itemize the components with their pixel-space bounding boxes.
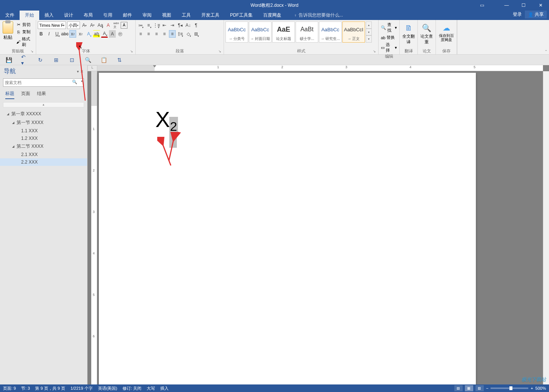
share-button[interactable]: 👤 共享 bbox=[525, 11, 547, 18]
zoom-out-icon[interactable]: − bbox=[486, 386, 488, 390]
increase-indent-button[interactable]: ⇥ bbox=[169, 21, 176, 29]
strikethrough-button[interactable]: abc bbox=[61, 30, 68, 38]
tree-item[interactable]: ◢第二节 XXXX bbox=[0, 142, 87, 151]
status-page[interactable]: 页面: 9 bbox=[3, 386, 16, 391]
redo-icon[interactable]: ↻ bbox=[37, 57, 44, 63]
nav-jump-bar[interactable]: ▴ bbox=[3, 102, 84, 107]
align-right-button[interactable]: ≡ bbox=[153, 30, 160, 38]
status-pages[interactable]: 第 9 页，共 9 页 bbox=[35, 386, 65, 391]
char-border-button[interactable]: A bbox=[121, 22, 127, 29]
align-center-button[interactable]: ≡ bbox=[145, 30, 152, 38]
view-read-icon[interactable]: ▤ bbox=[454, 385, 463, 391]
font-color-button[interactable]: A▾ bbox=[101, 30, 108, 38]
enclose-char-button[interactable]: ㊕ bbox=[117, 30, 124, 38]
search-dropdown-icon[interactable]: ▾ bbox=[81, 80, 83, 83]
line-spacing-button[interactable]: ‡≡▾ bbox=[177, 30, 184, 38]
phonetic-button[interactable]: wén文 bbox=[113, 21, 120, 29]
text-effects-button[interactable]: A▾ bbox=[85, 30, 92, 38]
tree-item[interactable]: 1.1 XXX bbox=[0, 127, 87, 135]
align-left-button[interactable]: ≡ bbox=[137, 30, 144, 38]
font-name-combo[interactable]: Times New F bbox=[38, 21, 66, 29]
shading-button[interactable]: ◇▾ bbox=[185, 30, 192, 38]
status-insert[interactable]: 插入 bbox=[160, 386, 169, 391]
tree-item[interactable]: 2.1 XXX bbox=[0, 151, 87, 158]
change-case-button[interactable]: Aa▾ bbox=[97, 21, 104, 29]
numbering-button[interactable]: ≡▾ bbox=[145, 21, 152, 29]
borders-button[interactable]: ⊞▾ bbox=[193, 30, 199, 38]
tab-design[interactable]: 设计 bbox=[59, 11, 78, 20]
status-caps[interactable]: 大写 bbox=[147, 386, 155, 391]
grow-font-button[interactable]: A▴ bbox=[81, 21, 88, 29]
status-section[interactable]: 节: 3 bbox=[21, 386, 30, 391]
close-icon[interactable]: ✕ bbox=[532, 0, 549, 11]
tree-item[interactable]: ◢第一节 XXXX bbox=[0, 118, 87, 127]
tell-me-search[interactable]: 告诉我您想要做什么... bbox=[294, 11, 343, 20]
vertical-ruler[interactable]: 1 2 3 4 5 6 bbox=[91, 71, 97, 384]
decrease-indent-button[interactable]: ⇤ bbox=[161, 21, 168, 29]
qat-icon-2[interactable]: ⊡ bbox=[69, 57, 75, 63]
nav-tab-pages[interactable]: 页面 bbox=[21, 90, 30, 99]
cut-button[interactable]: ✂剪切 bbox=[15, 21, 34, 28]
qat-icon-3[interactable]: 🔍 bbox=[84, 57, 91, 63]
font-launcher-icon[interactable]: ↘ bbox=[130, 49, 135, 54]
search-icon[interactable]: 🔍 bbox=[72, 80, 77, 84]
style-item[interactable]: AaBbCc→ 分类号 bbox=[225, 21, 248, 43]
login-link[interactable]: 登录 bbox=[513, 11, 522, 18]
font-size-combo[interactable]: 小四 bbox=[67, 21, 80, 29]
tree-item[interactable]: 2.2 XXX bbox=[0, 158, 87, 166]
ribbon-display-icon[interactable]: ▭ bbox=[474, 0, 491, 11]
status-track[interactable]: 修订: 关闭 bbox=[123, 386, 141, 391]
style-item[interactable]: AaBbCc→ 封面日期 bbox=[249, 21, 271, 43]
style-item[interactable]: AaBt硕士学... bbox=[296, 21, 318, 43]
style-expand-icon[interactable]: ▾ bbox=[366, 35, 372, 43]
maximize-icon[interactable]: ☐ bbox=[515, 0, 532, 11]
style-scroll-up-icon[interactable]: ▴ bbox=[366, 21, 372, 29]
qat-icon-1[interactable]: ⊞ bbox=[53, 57, 60, 63]
char-shading-button[interactable]: A bbox=[109, 30, 116, 38]
tab-tools[interactable]: 工具 bbox=[176, 11, 196, 20]
sort-button[interactable]: A↓ bbox=[185, 21, 192, 29]
nav-tab-headings[interactable]: 标题 bbox=[5, 90, 14, 99]
tree-item[interactable]: 1.2 XXX bbox=[0, 135, 87, 142]
style-gallery[interactable]: AaBbCc→ 分类号 AaBbCc→ 封面日期 AaE论文标题 AaBt硕士学… bbox=[225, 21, 377, 43]
ruler-corner[interactable]: L bbox=[87, 65, 97, 71]
bold-button[interactable]: B bbox=[38, 30, 44, 38]
qat-icon-4[interactable]: 📋 bbox=[100, 57, 107, 63]
tab-view[interactable]: 视图 bbox=[157, 11, 176, 20]
document-content[interactable]: X 2 bbox=[155, 107, 177, 132]
show-marks-button[interactable]: ¶ bbox=[193, 21, 199, 29]
full-translate-button[interactable]: 🗎全文翻译 bbox=[401, 21, 416, 45]
distribute-button[interactable]: ≡ bbox=[169, 30, 176, 38]
tab-layout[interactable]: 布局 bbox=[78, 11, 98, 20]
tab-home[interactable]: 开始 bbox=[20, 11, 39, 20]
save-icon[interactable]: 💾 bbox=[5, 57, 12, 63]
thesis-check-button[interactable]: 🔍论文查重 bbox=[419, 21, 434, 45]
copy-button[interactable]: ⎘复制 bbox=[15, 29, 34, 35]
zoom-level[interactable]: 500% bbox=[535, 386, 546, 390]
zoom-in-icon[interactable]: + bbox=[531, 386, 533, 390]
nav-tab-results[interactable]: 结果 bbox=[37, 90, 46, 99]
page[interactable]: X 2 bbox=[99, 73, 476, 384]
justify-button[interactable]: ≡ bbox=[161, 30, 168, 38]
tab-review[interactable]: 审阅 bbox=[137, 11, 157, 20]
clipboard-launcher-icon[interactable]: ↘ bbox=[31, 49, 35, 54]
undo-icon[interactable]: ↶ ▾ bbox=[21, 57, 28, 63]
find-button[interactable]: 🔍查找 ▾ bbox=[380, 21, 398, 34]
format-painter-button[interactable]: 🖌格式刷 bbox=[15, 36, 34, 48]
italic-button[interactable]: I bbox=[46, 30, 52, 38]
multilevel-button[interactable]: ⋮≡▾ bbox=[153, 21, 160, 29]
ltr-button[interactable]: ¶◂ bbox=[177, 21, 184, 29]
paragraph-launcher-icon[interactable]: ↘ bbox=[218, 49, 223, 54]
minimize-icon[interactable]: ― bbox=[498, 0, 515, 11]
highlight-button[interactable]: ab▾ bbox=[93, 30, 100, 38]
view-web-icon[interactable]: ▥ bbox=[475, 385, 484, 391]
baidu-save-button[interactable]: ☁保存到百度网盘 bbox=[437, 21, 455, 42]
tab-pdf[interactable]: PDF工具集 bbox=[225, 11, 258, 20]
horizontal-ruler[interactable]: 1 2 3 4 5 bbox=[97, 65, 543, 71]
collapse-ribbon-icon[interactable]: ⌃ bbox=[544, 49, 547, 54]
vertical-scrollbar[interactable] bbox=[543, 71, 549, 384]
tab-mailings[interactable]: 邮件 bbox=[118, 11, 137, 20]
tab-baidu[interactable]: 百度网盘 bbox=[258, 11, 287, 20]
superscript-button[interactable]: x2 bbox=[77, 30, 84, 38]
style-item[interactable]: AaE论文标题 bbox=[272, 21, 295, 43]
